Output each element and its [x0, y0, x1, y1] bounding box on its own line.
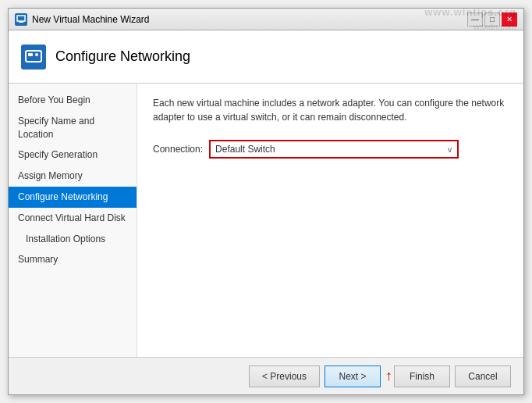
next-button[interactable]: Next >: [325, 366, 381, 387]
svg-rect-2: [26, 51, 41, 62]
svg-rect-0: [17, 16, 25, 21]
wizard-window: New Virtual Machine Wizard — □ ✕ Configu…: [8, 8, 524, 395]
titlebar: New Virtual Machine Wizard — □ ✕: [9, 9, 523, 30]
connection-row: Connection: Default Switch ∨: [153, 140, 508, 159]
sidebar-item-before-you-begin[interactable]: Before You Begin: [9, 90, 137, 111]
window-title: New Virtual Machine Wizard: [32, 14, 150, 25]
maximize-button[interactable]: □: [484, 12, 500, 27]
svg-rect-3: [28, 53, 33, 56]
header-icon: [21, 45, 46, 70]
sidebar-item-specify-generation[interactable]: Specify Generation: [9, 144, 137, 166]
footer: < Previous Next > ↑ Finish Cancel: [9, 357, 523, 394]
window-icon: [15, 13, 27, 26]
red-arrow-indicator: ↑: [385, 368, 392, 384]
content-area: Before You BeginSpecify Name and Locatio…: [9, 84, 523, 357]
cancel-button[interactable]: Cancel: [455, 366, 511, 387]
sidebar-item-summary[interactable]: Summary: [9, 249, 137, 270]
page-header: Configure Networking: [9, 30, 523, 84]
page-title: Configure Networking: [55, 48, 190, 65]
previous-button[interactable]: < Previous: [249, 366, 320, 387]
sidebar-item-connect-virtual-hard-disk[interactable]: Connect Virtual Hard Disk: [9, 208, 137, 229]
svg-point-4: [35, 53, 38, 56]
connection-dropdown[interactable]: Default Switch ∨: [209, 140, 459, 159]
sidebar-item-configure-networking[interactable]: Configure Networking: [9, 187, 137, 208]
sidebar-item-specify-name-and-location[interactable]: Specify Name and Location: [9, 111, 137, 145]
connection-value: Default Switch: [215, 144, 275, 155]
description-text: Each new virtual machine includes a netw…: [153, 96, 508, 124]
sidebar-item-installation-options[interactable]: Installation Options: [9, 229, 137, 250]
close-button[interactable]: ✕: [502, 12, 517, 27]
svg-rect-1: [19, 21, 23, 23]
sidebar-item-assign-memory[interactable]: Assign Memory: [9, 166, 137, 187]
finish-button[interactable]: Finish: [394, 366, 450, 387]
dropdown-arrow-icon: ∨: [447, 145, 452, 154]
connection-label: Connection:: [153, 144, 203, 155]
main-panel: Each new virtual machine includes a netw…: [137, 84, 523, 357]
minimize-button[interactable]: —: [467, 12, 483, 27]
window-controls: — □ ✕: [467, 12, 517, 27]
sidebar: Before You BeginSpecify Name and Locatio…: [9, 84, 137, 357]
